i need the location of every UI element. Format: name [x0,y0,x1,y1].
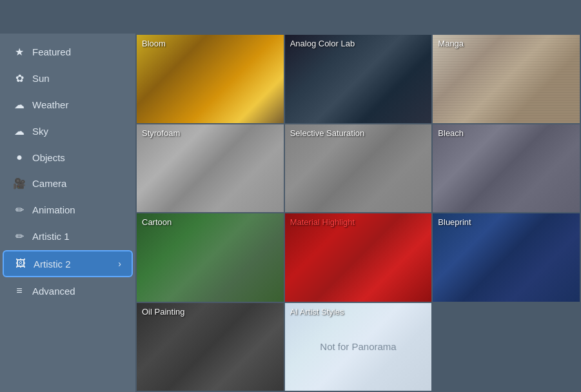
grid-item-oilpaint[interactable]: Oil Painting [137,303,284,391]
sidebar-label-sun: Sun [32,73,50,84]
sidebar-item-sun[interactable]: ✿Sun [3,66,133,91]
header [0,0,581,34]
weather-icon: ☁ [13,99,26,111]
grid-item-material[interactable]: Material Highlight [285,213,432,302]
grid-item-aiartist[interactable]: AI Artist StylesNot for Panorama [285,303,432,391]
back-button[interactable] [10,14,21,19]
artistic2-icon: 🖼 [14,258,27,270]
grid-item-label-manga: Manga [438,39,464,48]
grid-item-label-material: Material Highlight [290,217,355,227]
effects-grid: BloomAnalog Color LabMangaStyrofoamSelec… [135,34,581,392]
animation-icon: ✏ [13,204,26,216]
grid-item-bleach[interactable]: Bleach [433,124,580,213]
sidebar-label-artistic2: Artistic 2 [34,259,71,270]
artistic1-icon: ✏ [13,230,26,242]
grid-item-label-bloom: Bloom [142,39,166,48]
sidebar-item-artistic2[interactable]: 🖼Artistic 2› [3,250,133,277]
grid-item-label-analog: Analog Color Lab [290,39,355,48]
grid-item-selective[interactable]: Selective Saturation [285,124,432,213]
not-for-panorama-text: Not for Panorama [320,341,396,352]
grid-item-label-oilpaint: Oil Painting [142,307,184,317]
grid-item-blueprint[interactable]: Blueprint [433,213,580,302]
sidebar-label-advanced: Advanced [32,286,75,297]
sidebar-item-featured[interactable]: ★Featured [3,39,133,64]
sky-icon: ☁ [13,125,26,137]
grid-item-label-selective: Selective Saturation [290,128,365,138]
grid-item-cartoon[interactable]: Cartoon [137,213,284,302]
objects-icon: ● [13,152,26,163]
sidebar-label-animation: Animation [32,204,75,215]
grid-item-bloom[interactable]: Bloom [137,35,284,123]
grid-item-label-blueprint: Blueprint [438,217,471,227]
chevron-right-icon: › [118,259,121,269]
sidebar-label-weather: Weather [32,99,68,110]
grid-item-label-bleach: Bleach [438,128,464,138]
sun-icon: ✿ [13,72,26,84]
sidebar-item-sky[interactable]: ☁Sky [3,119,133,144]
grid-item-analog[interactable]: Analog Color Lab [285,35,432,123]
grid-item-label-cartoon: Cartoon [142,217,172,227]
grid-item-styrofoam[interactable]: Styrofoam [137,124,284,213]
advanced-icon: ≡ [13,285,26,297]
sidebar-item-animation[interactable]: ✏Animation [3,197,133,222]
grid-item-manga[interactable]: Manga [433,35,580,123]
sidebar-label-artistic1: Artistic 1 [32,231,70,242]
main-content: ★Featured✿Sun☁Weather☁Sky●Objects🎥Camera… [0,34,581,392]
sidebar-item-objects[interactable]: ●Objects [3,145,133,170]
camera-icon: 🎥 [13,177,26,190]
sidebar-label-objects: Objects [32,152,65,163]
grid-item-label-aiartist: AI Artist Styles [290,307,344,317]
sidebar-item-weather[interactable]: ☁Weather [3,92,133,117]
featured-icon: ★ [13,46,26,58]
sidebar-label-camera: Camera [32,178,66,189]
sidebar-item-artistic1[interactable]: ✏Artistic 1 [3,224,133,249]
sidebar-item-camera[interactable]: 🎥Camera [3,171,133,196]
sidebar-label-featured: Featured [32,46,71,57]
sidebar: ★Featured✿Sun☁Weather☁Sky●Objects🎥Camera… [0,34,135,392]
grid-item-label-styrofoam: Styrofoam [142,128,180,138]
sidebar-item-advanced[interactable]: ≡Advanced [3,279,133,303]
sidebar-label-sky: Sky [32,126,48,137]
